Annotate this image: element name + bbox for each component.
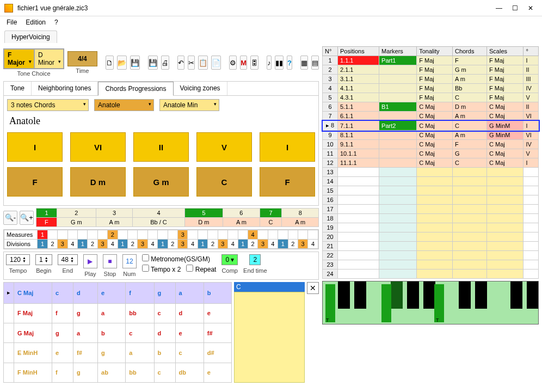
grid1-icon[interactable]: ▦ [300, 56, 308, 70]
note-panel-header: C [234, 282, 305, 292]
new-icon[interactable]: 🗋 [106, 56, 114, 70]
prog2-select[interactable]: Anatole Min [159, 99, 219, 111]
menu-help[interactable]: ? [54, 19, 58, 26]
undo-icon[interactable]: ↶ [177, 56, 184, 70]
begin-input[interactable]: 1▲▼ [35, 254, 52, 265]
menu-file[interactable]: File [7, 19, 17, 26]
maximize-button[interactable]: ☐ [512, 4, 518, 12]
comp-input[interactable]: 0▾ [221, 254, 238, 265]
transport: 120▲▼Tempo 1▲▼Begin 48▲▼End ▶Play ■Stop … [3, 252, 319, 280]
print-icon[interactable]: 🖨 [161, 56, 169, 70]
tempox2-check[interactable]: Tempo x 2 [142, 265, 181, 273]
menubar: File Edition ? [0, 16, 542, 28]
repeat-check[interactable]: Repeat [186, 265, 216, 273]
top-toolbar: F Major D Minor Tone Choice 4/4 Time 🗋 📂… [3, 46, 319, 79]
tab-voicing[interactable]: Voicing zones [174, 82, 227, 95]
tabbar: HyperVoicing [0, 28, 542, 43]
piano-icon[interactable]: ▮▮ [275, 56, 284, 70]
time-button[interactable]: 4/4 [67, 51, 97, 66]
anatole-title: Anatole [9, 115, 313, 127]
relative-select[interactable]: D Minor [34, 49, 64, 69]
piano-keyboard[interactable]: T T [322, 281, 539, 324]
tab-neighboring[interactable]: Neighboring tones [32, 82, 98, 95]
menu-edition[interactable]: Edition [26, 19, 46, 26]
play-button[interactable]: ▶ [83, 254, 97, 268]
settings-icon[interactable]: ⚙ [229, 56, 237, 70]
disk-icon[interactable]: 💾 [148, 56, 158, 70]
window-title: fichier1 vue gnérale.zic3 [17, 4, 88, 12]
chord-card[interactable]: C [196, 167, 252, 197]
m-icon[interactable]: M [240, 56, 247, 70]
degree-row: IVIIIVI [7, 132, 315, 162]
tab-progressions[interactable]: Chords Progressions [98, 82, 173, 96]
chord-card[interactable]: I [260, 132, 315, 162]
tab-hypervoicing[interactable]: HyperVoicing [4, 30, 57, 43]
zoom-out-icon[interactable]: 🔍- [3, 211, 17, 225]
chord-card[interactable]: F [7, 167, 63, 197]
close-button[interactable]: ✕ [528, 4, 533, 12]
chord-type-select[interactable]: 3 notes Chords [7, 99, 89, 111]
num-display: 12 [122, 254, 137, 268]
cut-icon[interactable]: ✂ [188, 56, 195, 70]
note-panel [234, 292, 305, 383]
chord-card[interactable]: II [133, 132, 189, 162]
titlebar: fichier1 vue gnérale.zic3 — ☐ ✕ [0, 0, 542, 16]
tempo-input[interactable]: 120▲▼ [6, 254, 30, 265]
tool-icon[interactable]: 🎛 [250, 56, 258, 70]
minimize-button[interactable]: — [496, 4, 502, 12]
open-icon[interactable]: 📂 [117, 56, 127, 70]
close-panel-icon[interactable]: ✕ [307, 282, 319, 294]
time-label: Time [67, 68, 97, 74]
grid2-icon[interactable]: ▤ [311, 56, 319, 70]
save-icon[interactable]: 💾 [130, 56, 140, 70]
zoom-in-icon[interactable]: 🔍+ [20, 211, 34, 225]
note-icon[interactable]: ♪ [267, 56, 272, 70]
metronome-check[interactable]: Metronome(GS/GM) [142, 254, 217, 263]
stop-button[interactable]: ■ [103, 254, 117, 268]
copy-icon[interactable]: 📋 [198, 56, 208, 70]
chord-card[interactable]: D m [70, 167, 126, 197]
tone-select[interactable]: F Major [4, 49, 34, 69]
divisions-panel: Measures1234Divisions1234123412341234123… [3, 229, 319, 249]
subtabs: Tone Neighboring tones Chords Progressio… [4, 82, 318, 96]
tone-label: Tone Choice [3, 70, 64, 77]
paste-icon[interactable]: 📄 [211, 56, 221, 70]
chord-card[interactable]: F [260, 167, 315, 197]
chord-card[interactable]: V [196, 132, 252, 162]
endtime-display: 2 [249, 254, 261, 265]
chord-card[interactable]: I [7, 132, 63, 162]
app-icon [4, 4, 13, 13]
chord-card[interactable]: VI [70, 132, 126, 162]
chord-card[interactable]: G m [133, 167, 189, 197]
positions-table[interactable]: N°PositionsMarkersTonalityChordsScales°1… [322, 46, 539, 279]
chord-row: FD mG mCF [7, 167, 315, 197]
chord-panel: Tone Neighboring tones Chords Progressio… [3, 81, 319, 206]
help-icon[interactable]: ? [287, 56, 292, 70]
progression-bar: 🔍- 🔍+ 12345678FG mA mBb / CD mA mCA m [3, 208, 319, 227]
prog1-select[interactable]: Anatole [94, 99, 154, 111]
tab-tone[interactable]: Tone [4, 82, 32, 95]
chord-notes-table[interactable]: ▸C MajcdefgabF MajfgabbcdeG Majgabcdef#E… [3, 282, 232, 383]
end-input[interactable]: 48▲▼ [58, 254, 78, 265]
